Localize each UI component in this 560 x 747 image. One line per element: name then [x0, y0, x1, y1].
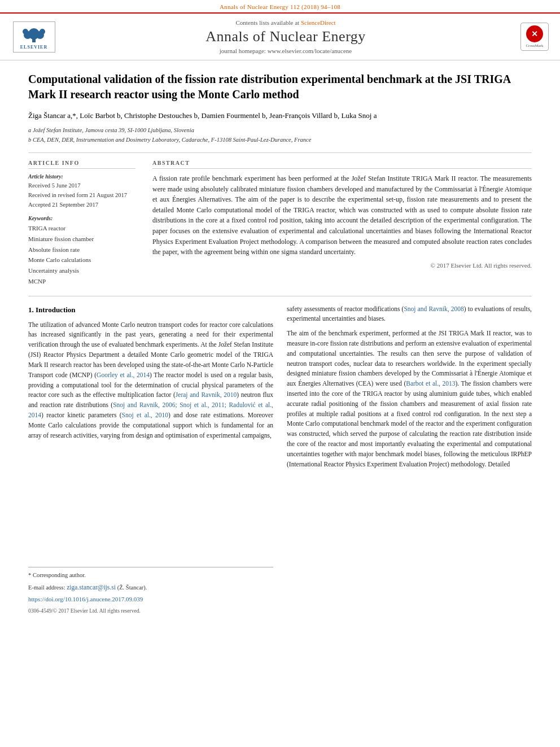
email-link[interactable]: ziga.stancar@ijs.si [67, 584, 117, 591]
journal-ref-text: Annals of Nuclear Energy 112 (2018) 94–1… [220, 3, 340, 10]
history-label: Article history: [28, 173, 135, 180]
abstract-panel: ABSTRACT A fission rate profile benchmar… [152, 160, 532, 287]
section1-para-right1: safety assessments of reactor modificati… [287, 304, 532, 325]
affiliations: a Jožef Stefan Institute, Jamova cesta 3… [28, 126, 532, 145]
keywords-label: Keywords: [28, 215, 135, 221]
body-col-left: 1. Introduction The utilization of advan… [28, 304, 273, 615]
email-note: E-mail address: ziga.stancar@ijs.si (Ž. … [28, 582, 273, 593]
body-col-right: safety assessments of reactor modificati… [287, 304, 532, 615]
corresponding-author-note: * Corresponding author. [28, 571, 273, 580]
ref-snoj2010[interactable]: Snoj et al., 2010 [122, 412, 168, 418]
article-info-title: ARTICLE INFO [28, 160, 135, 169]
doi-line: https://doi.org/10.1016/j.anucene.2017.0… [28, 595, 273, 605]
keyword-1: TRIGA reactor [28, 223, 135, 234]
journal-header: ELSEVIER Contents lists available at Sci… [0, 12, 560, 60]
keyword-5: Uncertainty analysis [28, 265, 135, 276]
article-title-section: Computational validation of the fission … [28, 72, 532, 102]
issn-line: 0306-4549/© 2017 Elsevier Ltd. All right… [28, 607, 273, 615]
affiliation-a: a Jožef Stefan Institute, Jamova cesta 3… [28, 126, 532, 135]
elsevier-logo-box: ELSEVIER [13, 21, 55, 53]
section1-heading: 1. Introduction [28, 304, 273, 316]
science-direct-line: Contents lists available at ScienceDirec… [56, 19, 515, 26]
crossmark-label: CrossMark [526, 43, 543, 48]
main-content: Computational validation of the fission … [0, 60, 560, 627]
keyword-4: Monte Carlo calculations [28, 255, 135, 265]
divider-2 [28, 296, 532, 296]
journal-title: Annals of Nuclear Energy [56, 28, 515, 45]
svg-point-5 [40, 29, 45, 34]
elsevier-wordmark: ELSEVIER [20, 45, 47, 50]
keywords-section: Keywords: TRIGA reactor Miniature fissio… [28, 215, 135, 286]
article-info-abstract: ARTICLE INFO Article history: Received 5… [28, 160, 532, 287]
footnotes: * Corresponding author. E-mail address: … [28, 567, 273, 615]
section1-para1: The utilization of advanced Monte Carlo … [28, 320, 273, 441]
keyword-6: MCNP [28, 276, 135, 287]
keyword-2: Miniature fission chamber [28, 234, 135, 244]
received-date: Received 5 June 2017 [28, 181, 135, 191]
elsevier-logo: ELSEVIER [11, 21, 56, 53]
journal-header-center: Contents lists available at ScienceDirec… [56, 19, 515, 54]
accepted-date: Accepted 21 September 2017 [28, 200, 135, 210]
abstract-title: ABSTRACT [152, 160, 532, 169]
elsevier-tree-icon [20, 24, 48, 43]
doi-link[interactable]: https://doi.org/10.1016/j.anucene.2017.0… [28, 596, 143, 602]
crossmark-badge[interactable]: ✕ CrossMark [520, 23, 549, 51]
authors-line: Žiga Štancar a,*, Loïc Barbot b, Christo… [28, 110, 532, 121]
section1-para-right2: The aim of the benchmark experiment, per… [287, 329, 532, 469]
journal-reference-bar: Annals of Nuclear Energy 112 (2018) 94–1… [0, 0, 560, 12]
crossmark-icon: ✕ [526, 25, 543, 42]
svg-point-4 [23, 29, 28, 34]
ref-snoj2008[interactable]: Snoj and Ravnik, 2008 [404, 305, 463, 312]
keyword-3: Absolute fission rate [28, 244, 135, 255]
copyright-line: © 2017 Elsevier Ltd. All rights reserved… [152, 262, 532, 269]
journal-homepage: journal homepage: www.elsevier.com/locat… [56, 47, 515, 54]
body-columns: 1. Introduction The utilization of advan… [28, 304, 532, 615]
science-direct-link[interactable]: ScienceDirect [301, 19, 336, 26]
article-history: Article history: Received 5 June 2017 Re… [28, 173, 135, 209]
divider-1 [28, 152, 532, 153]
article-title: Computational validation of the fission … [28, 72, 532, 102]
ref-jeraj[interactable]: Jeraj and Ravnik, 2010 [176, 391, 237, 398]
affiliation-b: b CEA, DEN, DER, Instrumentation and Dos… [28, 136, 532, 145]
article-info-panel: ARTICLE INFO Article history: Received 5… [28, 160, 135, 287]
footnotes-spacer [28, 445, 273, 558]
ref-barbot[interactable]: Barbot et al., 2013 [406, 380, 455, 387]
ref-goorley[interactable]: Goorley et al., 2014 [97, 372, 150, 378]
revised-date: Received in revised form 21 August 2017 [28, 191, 135, 200]
abstract-text: A fission rate profile benchmark experim… [152, 173, 532, 257]
